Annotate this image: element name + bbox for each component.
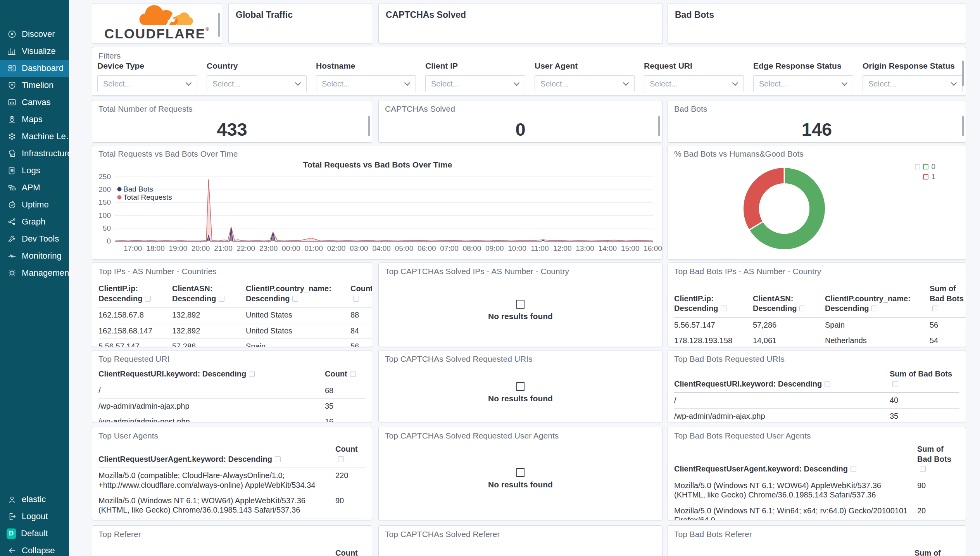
sidebar-item-discover[interactable]: Discover [0,26,69,43]
global-traffic-header-panel: Global Traffic [228,3,372,44]
line-chart[interactable]: 05010015020025017:0018:0019:0020:0021:00… [92,145,662,259]
table-row: /wp-admin/admin-ajax.php35 [98,398,366,414]
sort-toggle-icon[interactable] [920,466,926,472]
donut-legend-item-0[interactable]: 0 [885,162,935,172]
sidebar-footer-logout[interactable]: Logout [0,508,69,525]
filter-select-client-ip[interactable]: Select... [425,75,525,92]
column-header[interactable]: Sum of Bad Bots [914,541,959,556]
column-header[interactable] [98,541,335,556]
sidebar-item-canvas[interactable]: Canvas [0,94,69,111]
donut-legend-item-1[interactable]: 1 [885,172,935,182]
donut-chart[interactable] [744,168,825,249]
table-cell: 35 [890,408,959,422]
sort-toggle-icon[interactable] [799,306,805,311]
sidebar-item-label: Canvas [22,97,51,107]
panel-scrollbar[interactable] [962,60,964,86]
column-header[interactable]: Count [335,443,366,468]
column-header[interactable]: ClientRequestURI.keyword: Descending [674,368,890,393]
select-placeholder: Select... [540,79,568,88]
column-header[interactable]: ClientIP.country_name: Descending [825,282,930,317]
filter-select-device-type[interactable]: Select... [97,75,197,92]
filter-select-edge-response-status[interactable]: Select... [753,75,853,92]
filter-select-origin-response-status[interactable]: Select... [863,75,963,92]
panel-scrollbar[interactable] [658,116,660,136]
table-row: 5.56.57.14757,286Spain56 [98,338,372,347]
dashboard-content: CLOUDFLARE® Global Traffic CAPTCHAs Solv… [69,0,980,556]
sort-toggle-icon[interactable] [338,456,344,462]
filter-select-country[interactable]: Select... [207,75,307,92]
column-header[interactable]: Sum of Bad Bots [917,443,959,478]
column-header[interactable]: ClientIP.ip: Descending [674,282,753,317]
sidebar-item-logs[interactable]: Logs [0,162,69,179]
filter-select-request-uri[interactable]: Select... [644,75,744,92]
sidebar-item-label: Logs [22,166,40,176]
filter-group-user-agent: User AgentSelect... [535,61,635,92]
column-header[interactable]: Count [335,541,366,556]
filter-select-user-agent[interactable]: Select... [535,75,635,92]
sidebar-item-uptime[interactable]: Uptime [0,196,69,213]
bad-bots-header-panel: Bad Bots [668,3,966,44]
sort-toggle-icon[interactable] [892,381,898,387]
sidebar-item-infrastructure[interactable]: Infrastructure [0,145,69,162]
column-header[interactable]: ClientRequestUserAgent.keyword: Descendi… [674,443,917,478]
sort-toggle-icon[interactable] [721,306,726,311]
sidebar-footer-elastic[interactable]: elastic [0,491,69,508]
column-header[interactable]: ClientIP.ip: Descending [98,282,172,307]
sidebar-item-graph[interactable]: Graph [0,213,69,230]
sidebar-item-machine-le[interactable]: Machine Le… [0,128,69,145]
sidebar-item-maps[interactable]: Maps [0,111,69,128]
compass-icon [7,29,17,39]
column-header[interactable] [674,541,914,556]
svg-text:05:00: 05:00 [395,244,414,252]
sort-toggle-icon[interactable] [249,371,255,377]
column-header[interactable]: Count [325,368,366,383]
column-header[interactable]: ClientRequestURI.keyword: Descending [98,368,325,383]
metric-title: CAPTCHAs Solved [385,104,455,114]
sort-toggle-icon[interactable] [932,306,938,311]
sidebar-footer-collapse[interactable]: Collapse [0,542,69,556]
table-cell: 14,061 [753,333,825,347]
column-header[interactable]: ClientIP.country_name: Descending [246,282,350,307]
top-requested-uri-panel: Top Requested URIClientRequestURI.keywor… [92,350,372,422]
sort-toggle-icon[interactable] [871,306,877,311]
column-header[interactable]: Count [350,282,372,307]
panel-scrollbar[interactable] [218,13,220,37]
canvas-frame-icon [7,98,17,107]
panel-title: Top CAPTCHAs Solved Requested User Agent… [385,431,559,440]
sidebar-footer-label: Default [21,528,48,539]
sort-toggle-icon[interactable] [851,466,856,472]
sort-toggle-icon[interactable] [275,456,281,462]
select-placeholder: Select... [103,79,131,88]
sidebar-item-dashboard[interactable]: Dashboard [0,60,69,77]
panel-scrollbar[interactable] [368,116,370,136]
column-header[interactable]: ClientRequestUserAgent.keyword: Descendi… [98,443,335,468]
sidebar-item-monitoring[interactable]: Monitoring [0,247,69,264]
svg-text:250: 250 [98,173,111,181]
sidebar-item-timelion[interactable]: Timelion [0,77,69,94]
filters-panel-title: Filters [98,51,121,60]
table-cell: 40 [890,393,959,408]
apm-icon [7,183,17,192]
column-header[interactable]: Sum of Bad Bots [930,282,966,317]
map-pin-icon [7,115,17,124]
sort-toggle-icon[interactable] [350,371,356,377]
column-header[interactable]: Sum of Bad Bots [890,368,959,393]
sidebar-item-management[interactable]: Management [0,264,69,281]
sidebar-item-label: Dev Tools [22,234,59,244]
no-results-message: No results found [379,382,662,403]
column-header[interactable]: ClientASN: Descending [753,282,825,317]
sort-toggle-icon[interactable] [219,296,224,302]
sort-toggle-icon[interactable] [353,296,359,302]
table-cell: 5.56.57.147 [674,317,753,333]
sidebar-item-apm[interactable]: APM [0,179,69,196]
sort-toggle-icon[interactable] [292,296,298,302]
sort-toggle-icon[interactable] [145,296,151,302]
sidebar-item-dev-tools[interactable]: Dev Tools [0,230,69,247]
filter-select-hostname[interactable]: Select... [316,75,416,92]
sidebar-footer-default[interactable]: DDefault [0,525,69,542]
panel-scrollbar[interactable] [962,116,964,136]
sidebar-item-visualize[interactable]: Visualize [0,43,69,60]
panel-title: Top Bad Bots Referer [674,530,752,539]
sort-toggle-icon[interactable] [825,381,830,387]
column-header[interactable]: ClientASN: Descending [172,282,246,307]
